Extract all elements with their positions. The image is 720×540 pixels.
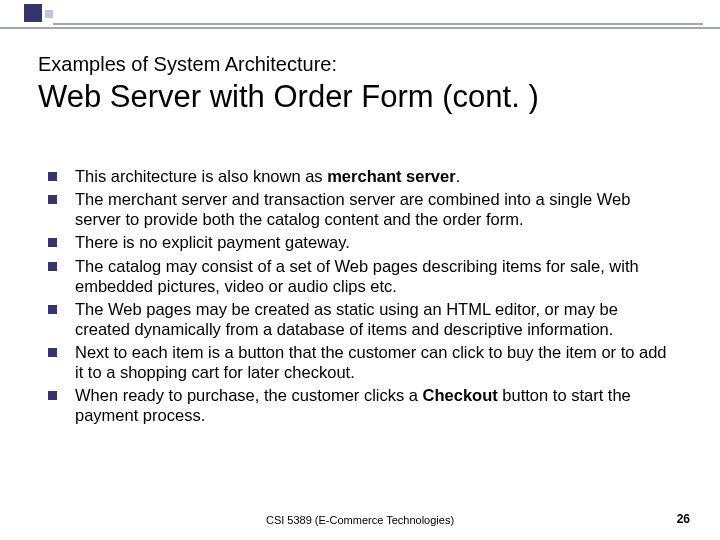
list-item: This architecture is also known as merch… xyxy=(48,166,676,186)
square-bullet-icon xyxy=(48,172,57,181)
bullet-text: When ready to purchase, the customer cli… xyxy=(75,385,676,425)
bullet-text: Next to each item is a button that the c… xyxy=(75,342,676,382)
square-bullet-icon xyxy=(48,305,57,314)
page-number: 26 xyxy=(677,512,690,526)
list-item: The merchant server and transaction serv… xyxy=(48,189,676,229)
divider-bottom xyxy=(0,27,720,29)
square-bullet-icon xyxy=(48,391,57,400)
square-bullet-large-icon xyxy=(24,4,42,22)
footer-text: CSI 5389 (E-Commerce Technologies) xyxy=(0,514,720,526)
square-bullet-icon xyxy=(48,348,57,357)
square-bullet-icon xyxy=(48,195,57,204)
list-item: The catalog may consist of a set of Web … xyxy=(48,256,676,296)
bullet-list: This architecture is also known as merch… xyxy=(48,166,676,426)
list-item: The Web pages may be created as static u… xyxy=(48,299,676,339)
slide-supertitle: Examples of System Architecture: xyxy=(38,52,682,77)
square-bullet-icon xyxy=(48,262,57,271)
list-item: When ready to purchase, the customer cli… xyxy=(48,385,676,425)
slide-footer: CSI 5389 (E-Commerce Technologies) 26 xyxy=(0,514,720,526)
bullet-text: The merchant server and transaction serv… xyxy=(75,189,676,229)
bullet-text: This architecture is also known as merch… xyxy=(75,166,676,186)
list-item: There is no explicit payment gateway. xyxy=(48,232,676,252)
divider-top xyxy=(53,23,703,25)
square-bullet-icon xyxy=(48,238,57,247)
bullet-text: The catalog may consist of a set of Web … xyxy=(75,256,676,296)
header-decoration xyxy=(0,0,720,36)
square-bullet-small-icon xyxy=(45,10,53,18)
bullet-text: The Web pages may be created as static u… xyxy=(75,299,676,339)
list-item: Next to each item is a button that the c… xyxy=(48,342,676,382)
slide-heading: Examples of System Architecture: Web Ser… xyxy=(38,52,682,115)
bullet-text: There is no explicit payment gateway. xyxy=(75,232,676,252)
slide-body: This architecture is also known as merch… xyxy=(48,166,676,429)
slide-title: Web Server with Order Form (cont. ) xyxy=(38,79,682,115)
